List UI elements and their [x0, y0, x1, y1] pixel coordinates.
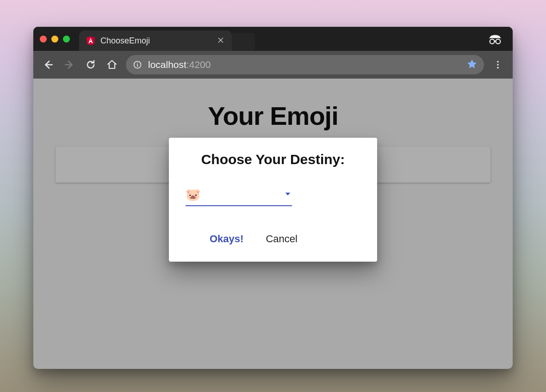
site-info-icon[interactable]	[132, 60, 143, 70]
forward-button[interactable]	[62, 57, 77, 72]
chevron-down-icon	[284, 190, 292, 200]
url-port: :4200	[186, 59, 211, 70]
svg-rect-7	[137, 64, 138, 67]
browser-tab[interactable]: ChooseEmoji	[79, 31, 232, 51]
emoji-select-value: 🐷	[186, 189, 200, 201]
dialog-title: Choose Your Destiny:	[186, 152, 360, 167]
tab-strip: ChooseEmoji	[33, 27, 513, 51]
incognito-icon	[487, 31, 503, 47]
browser-menu-button[interactable]	[490, 60, 505, 70]
address-bar[interactable]: localhost:4200	[126, 55, 484, 74]
window-controls	[40, 36, 70, 43]
angular-icon	[86, 36, 96, 46]
home-button[interactable]	[105, 57, 119, 72]
emoji-select[interactable]: 🐷	[186, 187, 292, 206]
svg-point-10	[497, 64, 499, 66]
choose-emoji-dialog: Choose Your Destiny: 🐷 Okays! Cancel	[169, 138, 377, 262]
browser-toolbar: localhost:4200	[33, 51, 513, 79]
maximize-window-button[interactable]	[63, 36, 70, 43]
svg-rect-8	[137, 62, 138, 63]
dialog-actions: Okays! Cancel	[186, 225, 360, 256]
bookmark-star-icon[interactable]	[466, 58, 478, 72]
minimize-window-button[interactable]	[51, 36, 58, 43]
svg-point-2	[490, 39, 495, 44]
browser-window: ChooseEmoji	[33, 27, 513, 369]
back-button[interactable]	[41, 57, 56, 72]
page-viewport: Your Emoji Choose Your Destiny: 🐷 Okays!…	[33, 79, 513, 369]
cancel-button[interactable]: Cancel	[264, 229, 299, 249]
ok-button[interactable]: Okays!	[208, 229, 245, 249]
new-tab-area[interactable]	[232, 33, 255, 50]
tab-title: ChooseEmoji	[100, 36, 216, 46]
svg-point-9	[497, 61, 499, 63]
svg-point-3	[496, 39, 500, 44]
close-window-button[interactable]	[40, 36, 47, 43]
reload-button[interactable]	[83, 57, 98, 72]
close-tab-button[interactable]	[216, 36, 225, 46]
svg-point-11	[497, 67, 499, 69]
url-host: localhost	[148, 59, 186, 70]
